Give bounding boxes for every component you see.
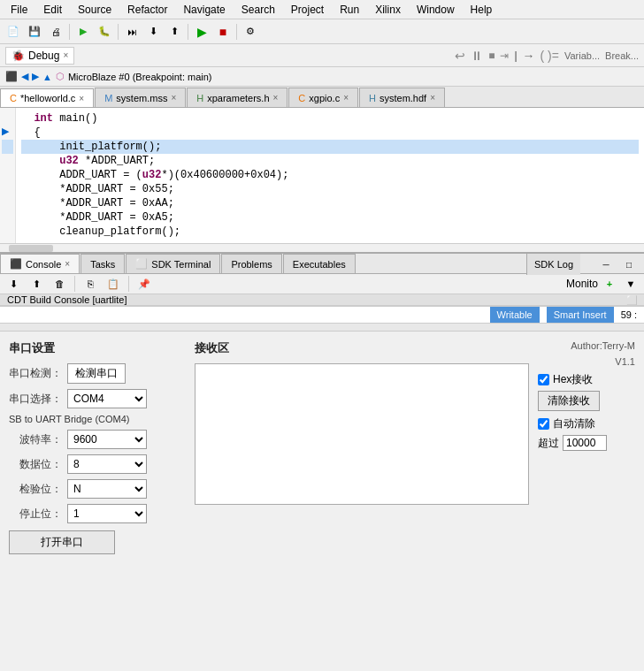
auto-clear-checkbox[interactable] [538, 418, 549, 430]
tab-sdk-terminal[interactable]: ⬜ SDK Terminal [126, 254, 220, 273]
code-line-8: *ADDR_UART = 0xAA; [21, 196, 639, 210]
breakpoints-tab-label[interactable]: Break... [605, 50, 639, 61]
sep3 [188, 24, 188, 40]
menu-navigate[interactable]: Navigate [176, 2, 232, 18]
minimize-panel-btn[interactable]: ─ [596, 255, 616, 274]
nav-expand-btn[interactable]: ▶ [32, 71, 39, 82]
data-bits-select[interactable]: 8 [67, 454, 147, 474]
clear-recv-btn[interactable]: 清除接收 [538, 391, 600, 411]
stop-btn[interactable]: ■ [213, 22, 233, 42]
sep4 [236, 24, 237, 40]
scroll-down-btn[interactable]: ⬇ [4, 274, 23, 294]
resume-btn[interactable]: ▶ [192, 22, 211, 42]
detect-row: 串口检测： 检测串口 [9, 363, 186, 384]
tab-icon-0: C [10, 93, 17, 103]
debug-tab-label: Debug [28, 50, 59, 62]
step-out-btn[interactable]: ⬆ [165, 22, 184, 42]
copy-btn[interactable]: ⎘ [80, 274, 100, 294]
tab-close-0[interactable]: × [79, 94, 84, 103]
resume-icon: ↩ [455, 49, 465, 63]
pin-btn[interactable]: 📌 [134, 274, 154, 294]
gutter-line-2: ▶ [2, 126, 13, 140]
menu-project[interactable]: Project [284, 2, 331, 18]
debug-tab-close[interactable]: × [63, 50, 68, 60]
menu-help[interactable]: Help [464, 2, 500, 18]
port-label: 串口选择： [9, 392, 62, 407]
tab-xgpio[interactable]: C xgpio.c × [288, 88, 358, 107]
tab-problems[interactable]: Problems [221, 254, 281, 273]
baud-label: 波特率： [9, 432, 62, 447]
detect-btn[interactable]: 检测串口 [67, 363, 126, 384]
limit-input[interactable] [563, 435, 607, 451]
save-btn[interactable]: 💾 [25, 22, 44, 42]
menu-edit[interactable]: Edit [36, 2, 69, 18]
tab-tasks[interactable]: Tasks [80, 254, 125, 273]
stop-row: 停止位： 1 [9, 504, 186, 523]
tab-close-1[interactable]: × [171, 93, 176, 103]
hex-recv-checkbox[interactable] [538, 374, 549, 385]
step-over-btn[interactable]: ⏭ [122, 22, 142, 42]
menu-xilinx[interactable]: Xilinx [368, 2, 408, 18]
run-btn[interactable]: ▶ [73, 22, 93, 42]
variables-tab-label[interactable]: Variab... [564, 50, 600, 61]
code-content[interactable]: int main() { init_platform(); u32 *ADDR_… [16, 108, 644, 252]
extern-tool-btn[interactable]: ⚙ [241, 22, 260, 42]
h-scrollbar-thumb [9, 245, 53, 252]
main-toolbar: 📄 💾 🖨 ▶ 🐛 ⏭ ⬇ ⬆ ▶ ■ ⚙ [0, 19, 644, 44]
menu-run[interactable]: Run [333, 2, 366, 18]
tab-close-3[interactable]: × [343, 93, 349, 103]
stop-select[interactable]: 1 [67, 504, 147, 523]
code-editor: ▶ int main() { init_platform(); u32 *ADD… [0, 108, 644, 254]
h-scrollbar[interactable] [0, 243, 644, 252]
menu-file[interactable]: File [4, 2, 34, 18]
menu-refactor[interactable]: Refactor [120, 2, 174, 18]
menu-source[interactable]: Source [71, 2, 119, 18]
tab-executables[interactable]: Executables [283, 254, 356, 273]
panel-right-btns: ─ □ [596, 254, 644, 275]
tab-console-close[interactable]: × [65, 259, 70, 269]
tab-system-hdf[interactable]: H system.hdf × [359, 88, 445, 107]
recv-textarea[interactable] [195, 363, 529, 505]
nav-back-btn[interactable]: ◀ [21, 71, 28, 82]
new-btn[interactable]: 📄 [4, 22, 23, 42]
auto-clear-label: 自动清除 [553, 416, 595, 431]
tab-system-mss[interactable]: M system.mss × [95, 88, 186, 107]
check-label: 检验位： [9, 482, 62, 497]
paste-btn[interactable]: 📋 [104, 274, 123, 294]
menu-bar: File Edit Source Refactor Navigate Searc… [0, 0, 644, 19]
code-line-9: *ADDR_UART = 0xA5; [21, 210, 639, 225]
port-select[interactable]: COM4 [67, 389, 147, 408]
sdk-log-tab[interactable]: SDK Log [526, 254, 580, 275]
tab-helloworld[interactable]: C *helloworld.c × [0, 88, 94, 108]
open-port-btn[interactable]: 打开串口 [9, 530, 115, 554]
tab-close-2[interactable]: × [273, 93, 279, 103]
breadcrumb-arrow-icon: ⬛ [5, 71, 18, 82]
clear-console-btn[interactable]: 🗑 [50, 274, 69, 294]
menu-window[interactable]: Window [410, 2, 462, 18]
version-info: V1.1 [538, 356, 635, 367]
panel-menu-btn[interactable]: ▼ [621, 274, 640, 294]
panel-h-scrollbar[interactable] [0, 323, 644, 331]
panel-tabs: ⬛ Console × Tasks ⬜ SDK Terminal Problem… [0, 254, 644, 274]
menu-search[interactable]: Search [234, 2, 282, 18]
tab-close-4[interactable]: × [430, 93, 435, 103]
tab-xparameters[interactable]: H xparameters.h × [187, 88, 288, 107]
step-into-btn[interactable]: ⬇ [143, 22, 163, 42]
debug-tab[interactable]: 🐞 Debug × [5, 47, 74, 65]
variables-icon: ( )= [540, 49, 559, 63]
panel-scrollbar-track [0, 324, 644, 331]
maximize-panel-btn[interactable]: □ [619, 255, 639, 274]
data-bits-label: 数据位： [9, 457, 62, 472]
suspend-icon: ⏸ [471, 49, 483, 63]
tab-console[interactable]: ⬛ Console × [0, 254, 80, 273]
baud-select[interactable]: 9600 [67, 430, 147, 449]
debug-btn[interactable]: 🐛 [95, 22, 114, 42]
tab-icon-2: H [196, 93, 203, 103]
check-select[interactable]: N [67, 479, 147, 499]
print-btn[interactable]: 🖨 [46, 22, 65, 42]
nav-up-btn[interactable]: ▲ [42, 72, 52, 82]
scroll-up-btn[interactable]: ⬆ [27, 274, 46, 294]
tab-icon-4: H [369, 93, 376, 103]
tab-console-label: Console [26, 259, 61, 270]
add-monitor-btn[interactable]: + [600, 274, 619, 294]
